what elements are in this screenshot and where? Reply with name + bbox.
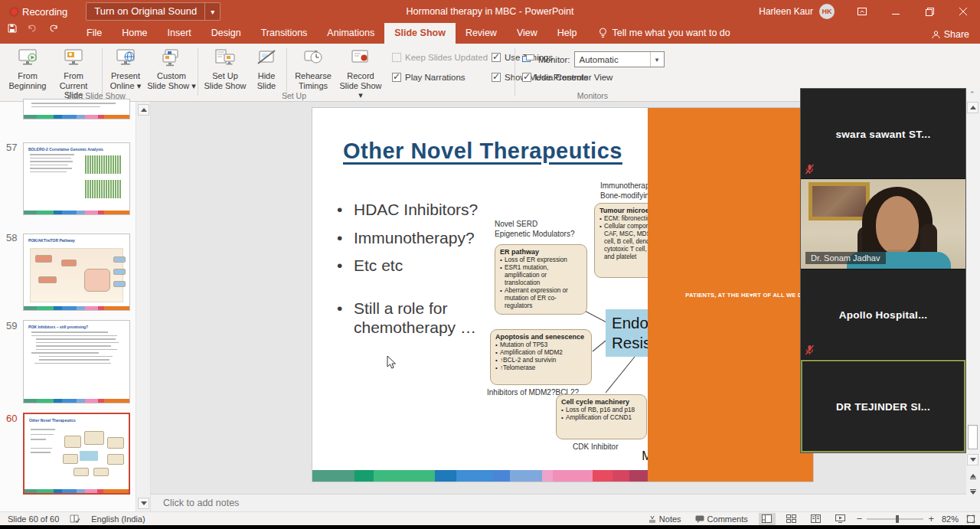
triangle-down-icon [970,458,976,462]
account-name[interactable]: Harleen Kaur [759,6,813,17]
video-tile-tejinder[interactable]: DR TEJINDER SI... [801,360,965,452]
video-tile-swara[interactable]: swara sawant ST... [801,89,965,179]
footer-banner: PATIENTS, AT THE HE♥RT OF ALL WE DO. [648,108,813,482]
video-tile-sonam[interactable]: Dr. Sonam Jadhav [801,179,965,269]
play-narrations-label: Play Narrations [405,73,466,82]
tell-me-label: Tell me what you want to do [612,28,730,38]
mini-chart [85,180,122,198]
original-sound-button[interactable]: Turn on Original Sound ▾ [86,2,220,21]
rehearse-timings-label: Rehearse Timings [291,71,335,90]
comments-toggle-button[interactable]: Comments [692,514,751,524]
tab-animations[interactable]: Animations [317,23,384,44]
tab-home[interactable]: Home [112,23,157,44]
use-presenter-view-checkbox[interactable]: Use Presenter View [522,73,612,82]
thumbnail-slide-60[interactable]: Other Novel Therapeutics [23,413,130,495]
original-sound-label[interactable]: Turn on Original Sound [87,3,204,20]
notes-pane[interactable]: Click to add notes [151,494,980,511]
tab-insert[interactable]: Insert [158,23,201,44]
monitor-select[interactable]: Automatic ▾ [574,51,665,67]
stripe-segment [542,470,553,482]
scrollbar-thumb[interactable] [968,425,978,449]
stripe-segment [374,470,435,482]
zoom-level[interactable]: 82% [942,514,959,524]
tab-transitions[interactable]: Transitions [251,23,318,44]
avatar[interactable]: HK [819,4,835,19]
person-icon [932,31,940,39]
video-tile-apollo[interactable]: Apollo Hospital... [801,269,965,360]
record-icon [350,48,371,68]
next-slide-button[interactable] [967,486,978,498]
previous-slide-button[interactable] [967,471,978,482]
custom-slide-show-button[interactable]: Custom Slide Show ▾ [147,47,196,90]
collapse-ribbon-chevron-icon[interactable]: ⌃ [969,90,975,98]
thumbnail-slide-58[interactable]: PI3K/AKT/mTOR Pathway [23,233,130,311]
keep-slides-updated-checkbox: Keep Slides Updated [392,53,488,62]
normal-view-button[interactable] [759,513,776,525]
slide-show-view-button[interactable] [832,513,849,525]
fit-to-window-icon[interactable] [966,514,975,524]
save-icon[interactable] [8,24,17,33]
ribbon-display-options-button[interactable] [845,0,879,23]
tab-review[interactable]: Review [456,23,507,44]
tab-help[interactable]: Help [547,23,587,44]
mini-center-box [80,451,98,461]
thumbnail-scrollbar[interactable] [136,102,151,511]
slide-sorter-view-button[interactable] [783,513,800,525]
monitor-play-icon [17,48,38,68]
triangle-up-icon [141,108,147,112]
redo-icon[interactable] [49,24,58,33]
ribbon-tab-row: File Home Insert Design Transitions Anim… [0,23,980,44]
thumbnail-scroll-down-button[interactable] [138,498,149,509]
scroll-up-button[interactable] [967,102,978,113]
present-online-button[interactable]: Present Online ▾ [106,47,145,90]
share-button[interactable]: Share [932,29,969,40]
mouse-cursor [387,355,397,370]
apoptosis-box: Apoptosis and senescence Mutation of TP5… [490,329,592,385]
zoom-slider-track[interactable] [867,518,923,520]
tab-view[interactable]: View [507,23,547,44]
monitor-slide-icon [63,48,84,68]
chevron-down-icon: ▾ [211,8,214,16]
tab-file[interactable]: File [77,23,112,44]
language-indicator[interactable]: English (India) [91,514,145,524]
minimize-button[interactable] [879,0,913,23]
thumbnail-slide-56-partial[interactable] [23,99,130,119]
monitor-select-dropdown[interactable]: ▾ [650,52,664,67]
close-button[interactable] [946,0,980,23]
notes-toggle-button[interactable]: Notes [645,514,684,524]
notes-placeholder[interactable]: Click to add notes [163,498,239,508]
tab-slide-show[interactable]: Slide Show [384,23,456,44]
stripe-segment [510,470,542,482]
play-narrations-checkbox[interactable]: Play Narrations [392,73,466,82]
er-pathway-box: ER pathway Loss of ER expression ESR1 mu… [495,244,587,315]
thumbnail-slide-57[interactable]: BOLERO-2 Correlative Genomic Analysis [23,142,130,215]
restore-button[interactable] [913,0,946,23]
restore-icon [926,8,934,16]
checkbox-checked-icon[interactable] [492,53,501,62]
original-sound-dropdown[interactable]: ▾ [204,3,220,20]
tell-me-box[interactable]: Tell me what you want to do [586,23,737,44]
checkbox-checked-icon[interactable] [492,73,501,82]
zoom-in-button[interactable]: + [928,513,934,524]
from-beginning-button[interactable]: From Beginning [5,47,51,90]
undo-icon[interactable] [28,24,38,33]
tab-design[interactable]: Design [201,23,251,44]
notes-icon [648,515,656,523]
powerpoint-window: Recording Turn on Original Sound ▾ Hormo… [0,0,980,529]
vertical-scrollbar[interactable]: ⌃ [966,88,980,505]
zoom-out-button[interactable]: − [857,513,863,524]
checkbox-checked-icon[interactable] [522,73,531,82]
thumbnail-slide-59[interactable]: PI3K Inhibitors – still promising? [23,320,130,403]
checkbox-checked-icon[interactable] [392,73,401,82]
thumbnail-scroll-up-button[interactable] [138,104,149,116]
hide-slide-button[interactable]: Hide Slide [250,47,283,90]
zoom-slider-thumb[interactable] [896,515,899,523]
stopwatch-icon [303,48,323,68]
spellcheck-icon[interactable] [70,514,80,524]
slide-counter[interactable]: Slide 60 of 60 [8,514,59,524]
set-up-slide-show-button[interactable]: Set Up Slide Show [202,47,248,90]
rehearse-timings-button[interactable]: Rehearse Timings [291,47,335,90]
reading-view-button[interactable] [808,513,825,525]
slide-canvas[interactable]: Other Novel Therapeutics HDAC Inhibitors… [312,107,814,482]
scroll-down-button[interactable] [967,454,978,465]
